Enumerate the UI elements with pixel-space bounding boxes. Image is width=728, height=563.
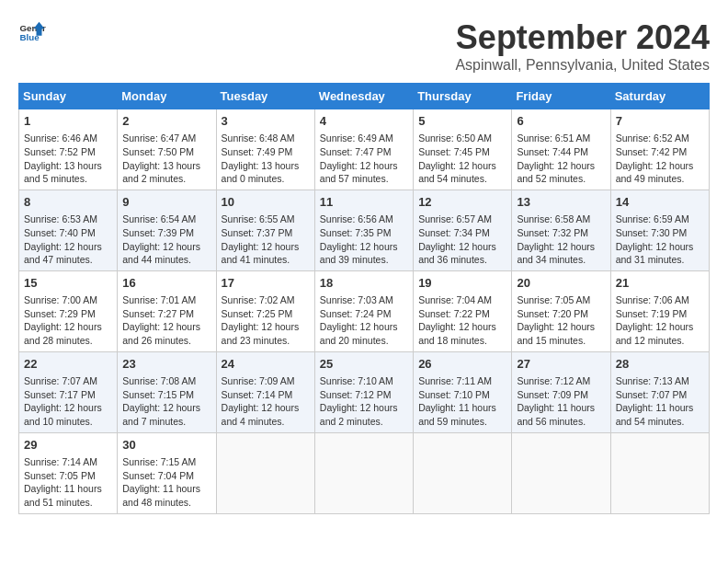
- table-row: 8Sunrise: 6:53 AMSunset: 7:40 PMDaylight…: [19, 190, 118, 270]
- table-row: 1Sunrise: 6:46 AMSunset: 7:52 PMDaylight…: [19, 109, 118, 190]
- col-sunday: Sunday: [19, 84, 118, 109]
- table-row: [314, 432, 413, 513]
- table-row: 16Sunrise: 7:01 AMSunset: 7:27 PMDayligh…: [118, 270, 216, 351]
- table-row: 28Sunrise: 7:13 AMSunset: 7:07 PMDayligh…: [610, 351, 709, 432]
- table-row: 15Sunrise: 7:00 AMSunset: 7:29 PMDayligh…: [19, 270, 118, 351]
- table-row: 5Sunrise: 6:50 AMSunset: 7:45 PMDaylight…: [414, 109, 512, 190]
- col-monday: Monday: [118, 84, 216, 109]
- table-row: 24Sunrise: 7:09 AMSunset: 7:14 PMDayligh…: [216, 351, 314, 432]
- table-row: 18Sunrise: 7:03 AMSunset: 7:24 PMDayligh…: [314, 270, 413, 351]
- month-title: September 2024: [455, 18, 710, 57]
- table-row: 25Sunrise: 7:10 AMSunset: 7:12 PMDayligh…: [314, 351, 413, 432]
- col-tuesday: Tuesday: [216, 84, 314, 109]
- table-row: 17Sunrise: 7:02 AMSunset: 7:25 PMDayligh…: [216, 270, 314, 351]
- table-row: 23Sunrise: 7:08 AMSunset: 7:15 PMDayligh…: [118, 351, 216, 432]
- table-row: 11Sunrise: 6:56 AMSunset: 7:35 PMDayligh…: [314, 190, 413, 270]
- table-row: [610, 432, 709, 513]
- col-friday: Friday: [512, 84, 610, 109]
- table-row: 6Sunrise: 6:51 AMSunset: 7:44 PMDaylight…: [512, 109, 610, 190]
- table-row: [216, 432, 314, 513]
- col-wednesday: Wednesday: [314, 84, 413, 109]
- table-row: 13Sunrise: 6:58 AMSunset: 7:32 PMDayligh…: [512, 190, 610, 270]
- header: General Blue September 2024 Aspinwall, P…: [18, 18, 710, 74]
- table-row: 21Sunrise: 7:06 AMSunset: 7:19 PMDayligh…: [610, 270, 709, 351]
- table-row: 4Sunrise: 6:49 AMSunset: 7:47 PMDaylight…: [314, 109, 413, 190]
- table-row: 14Sunrise: 6:59 AMSunset: 7:30 PMDayligh…: [610, 190, 709, 270]
- header-row: Sunday Monday Tuesday Wednesday Thursday…: [19, 84, 710, 109]
- table-row: 3Sunrise: 6:48 AMSunset: 7:49 PMDaylight…: [216, 109, 314, 190]
- table-row: 10Sunrise: 6:55 AMSunset: 7:37 PMDayligh…: [216, 190, 314, 270]
- table-row: 12Sunrise: 6:57 AMSunset: 7:34 PMDayligh…: [414, 190, 512, 270]
- table-row: 7Sunrise: 6:52 AMSunset: 7:42 PMDaylight…: [610, 109, 709, 190]
- col-saturday: Saturday: [610, 84, 709, 109]
- location-title: Aspinwall, Pennsylvania, United States: [455, 57, 710, 74]
- col-thursday: Thursday: [414, 84, 512, 109]
- table-row: 19Sunrise: 7:04 AMSunset: 7:22 PMDayligh…: [414, 270, 512, 351]
- table-row: [512, 432, 610, 513]
- logo: General Blue: [18, 18, 46, 46]
- calendar-table: Sunday Monday Tuesday Wednesday Thursday…: [18, 83, 710, 514]
- table-row: 29Sunrise: 7:14 AMSunset: 7:05 PMDayligh…: [19, 432, 118, 513]
- table-row: 2Sunrise: 6:47 AMSunset: 7:50 PMDaylight…: [118, 109, 216, 190]
- table-row: [414, 432, 512, 513]
- table-row: 27Sunrise: 7:12 AMSunset: 7:09 PMDayligh…: [512, 351, 610, 432]
- table-row: 30Sunrise: 7:15 AMSunset: 7:04 PMDayligh…: [118, 432, 216, 513]
- table-row: 26Sunrise: 7:11 AMSunset: 7:10 PMDayligh…: [414, 351, 512, 432]
- logo-icon: General Blue: [18, 18, 46, 46]
- title-area: September 2024 Aspinwall, Pennsylvania, …: [455, 18, 710, 74]
- table-row: 22Sunrise: 7:07 AMSunset: 7:17 PMDayligh…: [19, 351, 118, 432]
- table-row: 9Sunrise: 6:54 AMSunset: 7:39 PMDaylight…: [118, 190, 216, 270]
- table-row: 20Sunrise: 7:05 AMSunset: 7:20 PMDayligh…: [512, 270, 610, 351]
